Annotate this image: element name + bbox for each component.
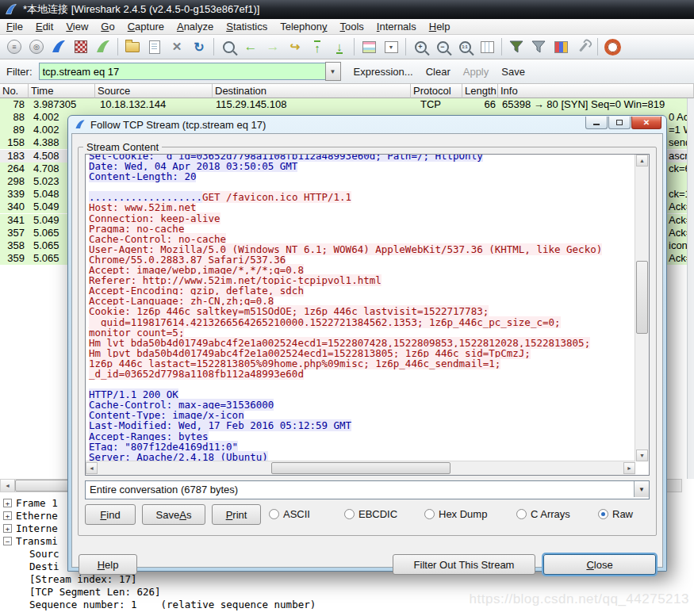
capture-filter-icon[interactable] [506,36,527,57]
preferences-icon[interactable] [573,36,593,57]
stream-line: Pragma: no-cache [89,224,635,234]
stream-line: 1z6p_446c_lastact=1522813805%09home.php%… [89,358,635,369]
maximize-button[interactable] [608,117,631,129]
find-packet-icon[interactable] [218,36,239,57]
stream-line: Cookie: 1z6p_446c_saltkey=m51SOdOE; 1z6p… [89,306,635,316]
save-as-button[interactable]: Save As [142,504,205,525]
close-button[interactable]: Close [543,554,656,575]
expand-icon[interactable]: + [3,499,12,507]
column-header-length[interactable]: Length [462,84,498,98]
menu-help[interactable]: Help [423,20,457,33]
chevron-down-icon[interactable]: ▼ [634,481,649,497]
scroll-left-icon[interactable]: ◄ [86,462,98,474]
menu-go[interactable]: Go [94,20,121,33]
packet-row[interactable]: 78 3.987305 10.18.132.144 115.29.145.108… [0,98,694,111]
help-button[interactable]: Help [79,554,137,575]
apply-button[interactable]: Apply [463,66,489,78]
go-forward-icon[interactable]: → [263,36,283,57]
start-capture-icon[interactable] [48,36,69,57]
print-button[interactable]: Print [212,504,261,525]
expression-button[interactable]: Expression... [354,66,413,78]
zoom-out-icon[interactable]: − [432,36,453,57]
stream-vscrollbar[interactable]: ▲ ▼ [635,155,649,461]
minimize-button[interactable] [585,117,608,129]
stream-text-area[interactable]: Set-Cookie: _d_id=03652d7798a1108fb112a4… [85,154,650,476]
menu-internals[interactable]: Internals [370,20,423,33]
radio-ascii[interactable]: ASCII [269,508,310,520]
radio-carrays[interactable]: C Arrays [516,508,570,520]
coloring-rules-icon[interactable] [550,36,571,57]
column-header-source[interactable]: Source [95,84,213,98]
radio-hexdump[interactable]: Hex Dump [424,508,487,520]
stream-line: Connection: keep-alive [89,213,635,224]
filter-dropdown-icon[interactable]: ▼ [325,62,341,81]
scroll-up-icon[interactable]: ▲ [636,155,648,166]
filter-out-this-stream-button[interactable]: Filter Out This Stream [393,554,535,575]
stream-content-group: Stream Content Set-Cookie: _d_id=03652d7… [78,147,657,536]
collapse-icon[interactable]: − [3,537,12,545]
zoom-100-icon[interactable]: 1:1 [454,36,475,57]
packet-list-vscrollbar[interactable] [687,98,694,479]
column-header-time[interactable]: Time [29,84,95,98]
save-file-icon[interactable] [144,36,165,57]
column-header-no[interactable]: No. [0,84,29,98]
expand-icon[interactable]: + [3,524,12,533]
list-interfaces-icon[interactable]: ≡ [4,36,25,57]
capture-options-icon[interactable]: ◎ [26,36,47,57]
restart-capture-icon[interactable] [93,36,113,57]
menu-edit[interactable]: Edit [29,20,59,33]
auto-scroll-icon[interactable]: ▼ [381,36,401,57]
dialog-title: Follow TCP Stream (tcp.stream eq 17) [90,119,266,131]
menu-telephony[interactable]: Telephony [274,20,333,33]
scroll-down-icon[interactable]: ▼ [636,450,648,461]
save-button[interactable]: Save [501,66,525,78]
reload-icon[interactable]: ↻ [189,36,209,57]
menu-tools[interactable]: Tools [334,20,370,33]
cell-no: 358 [0,239,25,251]
cell-time: 3.987305 [33,98,76,110]
title-bar[interactable]: *本地连接 [Wireshark 2.4.5 (v2.4.5-0-g153e86… [0,0,694,19]
main-toolbar: ≡◎✕↻←→↪↑↓▼+−1:1 [0,35,694,59]
scroll-thumb[interactable] [636,261,648,334]
close-file-icon[interactable]: ✕ [167,36,187,57]
column-header-destination[interactable]: Destination [213,84,411,98]
stream-hscrollbar[interactable]: ◄ ► [86,461,635,475]
cell-time: 5.048 [33,188,59,200]
go-bottom-icon[interactable]: ↓ [329,36,350,57]
column-header-info[interactable]: Info [498,84,694,98]
go-to-packet-icon[interactable]: ↪ [285,36,305,57]
clear-button[interactable]: Clear [426,66,451,78]
help-icon[interactable] [602,36,623,57]
conversation-select[interactable]: Entire conversation (6787 bytes) ▼ [85,480,650,499]
display-filter-icon[interactable] [528,36,549,57]
resize-columns-icon[interactable] [477,36,497,57]
find-button[interactable]: Find [85,504,136,525]
menu-file[interactable]: File [0,20,29,33]
dialog-title-bar[interactable]: Follow TCP Stream (tcp.stream eq 17) ✕ [68,116,666,133]
menu-view[interactable]: View [59,20,94,33]
close-window-icon[interactable]: ✕ [631,117,661,129]
go-top-icon[interactable]: ↑ [307,36,328,57]
colorize-icon[interactable] [359,36,379,57]
scroll-right-icon[interactable]: ► [623,462,635,474]
go-back-icon[interactable]: ← [240,36,261,57]
scroll-left-icon[interactable]: ◄ [1,480,15,492]
radio-raw[interactable]: Raw [598,508,633,520]
radio-label: Hex Dump [439,508,487,520]
menu-analyze[interactable]: Analyze [171,20,220,33]
cell-no: 341 [0,214,25,226]
expand-icon[interactable]: + [3,511,12,520]
stop-capture-icon[interactable] [71,36,91,57]
dialog-body: Stream Content Set-Cookie: _d_id=03652d7… [71,133,663,568]
cell-no: 340 [0,201,25,212]
open-file-icon[interactable] [122,36,143,57]
zoom-in-icon[interactable]: + [410,36,431,57]
filter-input[interactable] [39,63,325,80]
toolbar-separator [213,38,214,55]
radio-ebcdic[interactable]: EBCDIC [344,508,397,520]
menu-statistics[interactable]: Statistics [220,20,274,33]
column-header-protocol[interactable]: Protocol [411,84,462,98]
cell-info: 65398 → 80 [SYN] Seq=0 Win=819 [502,98,687,110]
menu-capture[interactable]: Capture [121,20,171,33]
scroll-thumb[interactable] [271,462,451,474]
